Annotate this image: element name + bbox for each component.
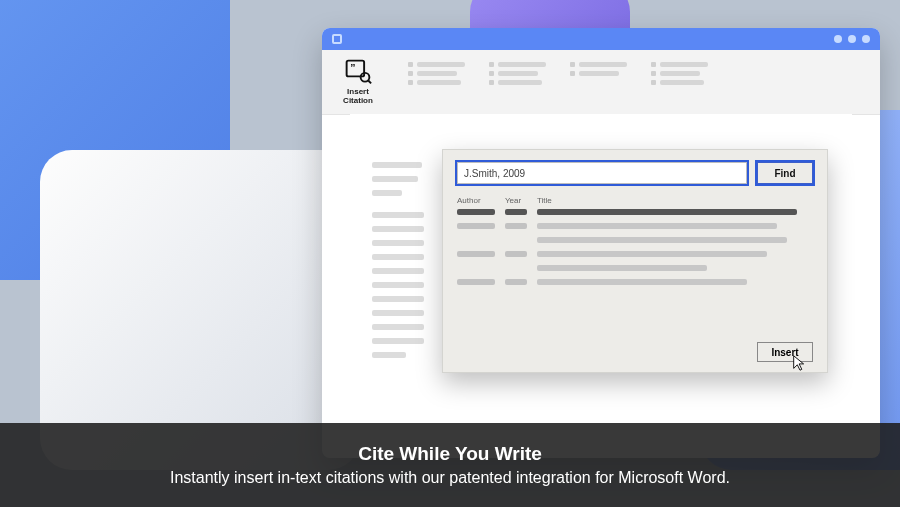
svg-text:”: ” [350,62,355,74]
result-row[interactable] [457,279,813,285]
ribbon-group [651,58,708,85]
window-dot[interactable] [862,35,870,43]
insert-citation-button[interactable]: ” Insert Citation [332,58,384,106]
results-header: Author Year Title [443,192,827,207]
document-body [372,162,424,366]
citation-search-input[interactable]: J.Smith, 2009 [457,162,747,184]
caption-overlay: Cite While You Write Instantly insert in… [0,423,900,507]
titlebar [322,28,880,50]
svg-line-3 [369,81,372,84]
insert-citation-label: Insert Citation [343,88,373,106]
result-row[interactable] [457,237,813,243]
window-dot[interactable] [834,35,842,43]
results-list [443,207,827,293]
col-author: Author [457,196,495,205]
window-menu-icon[interactable] [332,34,342,44]
ribbon-group [408,58,465,85]
app-window: ” Insert Citation [322,28,880,458]
citation-search-panel: J.Smith, 2009 Find Author Year Title [442,149,828,373]
col-year: Year [505,196,527,205]
col-title: Title [537,196,552,205]
ribbon: ” Insert Citation [322,50,880,115]
caption-title: Cite While You Write [358,443,542,465]
document-page: 1. 2. J.Smith, 2009 Find Author Year Tit… [350,114,852,448]
result-row[interactable] [457,209,813,215]
caption-subtitle: Instantly insert in-text citations with … [170,469,730,487]
find-button[interactable]: Find [757,162,813,184]
ribbon-group [489,58,546,85]
bg-shape [40,150,360,470]
result-row[interactable] [457,265,813,271]
result-row[interactable] [457,223,813,229]
result-row[interactable] [457,251,813,257]
window-dot[interactable] [848,35,856,43]
promo-frame: ” Insert Citation [0,0,900,507]
cursor-icon [791,354,809,372]
citation-search-icon: ” [344,58,372,86]
ribbon-group [570,58,627,76]
